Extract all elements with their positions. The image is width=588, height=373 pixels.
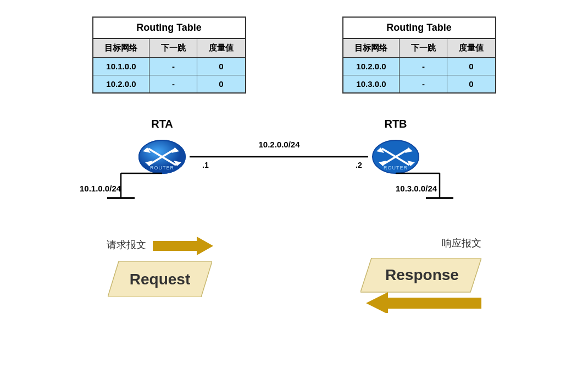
rta-router-text: ROUTER (150, 165, 174, 171)
left-network-label: 10.1.0.0/24 (80, 184, 121, 193)
right-row2-nexthop: - (400, 75, 447, 94)
right-header-metric: 度量值 (447, 39, 496, 58)
right-table-header: 目标网络 下一跳 度量值 (343, 39, 496, 58)
right-routing-table: Routing Table 目标网络 下一跳 度量值 10.2.0.0 - 0 … (342, 17, 496, 94)
right-header-dest: 目标网络 (343, 39, 400, 58)
svg-marker-25 (366, 292, 481, 313)
left-row1-metric: 0 (197, 58, 246, 75)
rta-port-label: .1 (202, 161, 209, 169)
left-row2-nexthop: - (149, 75, 197, 94)
request-text: Request (130, 271, 190, 288)
link-label: 10.2.0.0/24 (258, 140, 300, 149)
right-row2-metric: 0 (447, 75, 496, 94)
svg-marker-22 (153, 237, 213, 255)
right-header-nexthop: 下一跳 (400, 39, 447, 58)
network-diagram: RTA RTB 10.2.0.0/24 .1 .2 ROUTER ROUTER (0, 105, 588, 226)
right-table-row-2: 10.3.0.0 - 0 (343, 75, 496, 94)
right-table-row-1: 10.2.0.0 - 0 (343, 58, 496, 75)
left-row1-dest: 10.1.0.0 (93, 58, 149, 75)
right-row1-dest: 10.2.0.0 (343, 58, 400, 75)
request-label: 请求报文 (107, 238, 146, 251)
response-block: 响应报文 Response (360, 237, 481, 315)
response-text: Response (385, 266, 459, 283)
right-network-label: 10.3.0.0/24 (396, 184, 437, 193)
right-table-title: Routing Table (343, 17, 496, 39)
right-row1-nexthop: - (400, 58, 447, 75)
right-row1-metric: 0 (447, 58, 496, 75)
rtb-router-text: ROUTER (384, 165, 408, 171)
bottom-section: 请求报文 Request 响应报文 Response (0, 228, 588, 315)
left-table-title: Routing Table (93, 17, 246, 39)
response-area: Response (360, 258, 481, 313)
left-row2-metric: 0 (197, 75, 246, 94)
left-table-row-2: 10.2.0.0 - 0 (93, 75, 246, 94)
request-arrow-icon (153, 237, 213, 255)
left-header-metric: 度量值 (197, 39, 246, 58)
tables-section: Routing Table 目标网络 下一跳 度量值 10.1.0.0 - 0 … (0, 0, 588, 99)
rtb-label: RTB (384, 118, 407, 130)
left-row1-nexthop: - (149, 58, 197, 75)
left-table-header: 目标网络 下一跳 度量值 (93, 39, 246, 58)
left-header-dest: 目标网络 (93, 39, 149, 58)
left-routing-table: Routing Table 目标网络 下一跳 度量值 10.1.0.0 - 0 … (92, 17, 246, 94)
right-row2-dest: 10.3.0.0 (343, 75, 400, 94)
response-label: 响应报文 (442, 237, 481, 250)
request-block: 请求报文 Request (107, 237, 213, 299)
left-table-row-1: 10.1.0.0 - 0 (93, 58, 246, 75)
left-header-nexthop: 下一跳 (149, 39, 197, 58)
left-row2-dest: 10.2.0.0 (93, 75, 149, 94)
rtb-port-label: .2 (356, 161, 362, 169)
rta-label: RTA (151, 118, 173, 130)
request-parallelogram: Request (108, 261, 212, 297)
